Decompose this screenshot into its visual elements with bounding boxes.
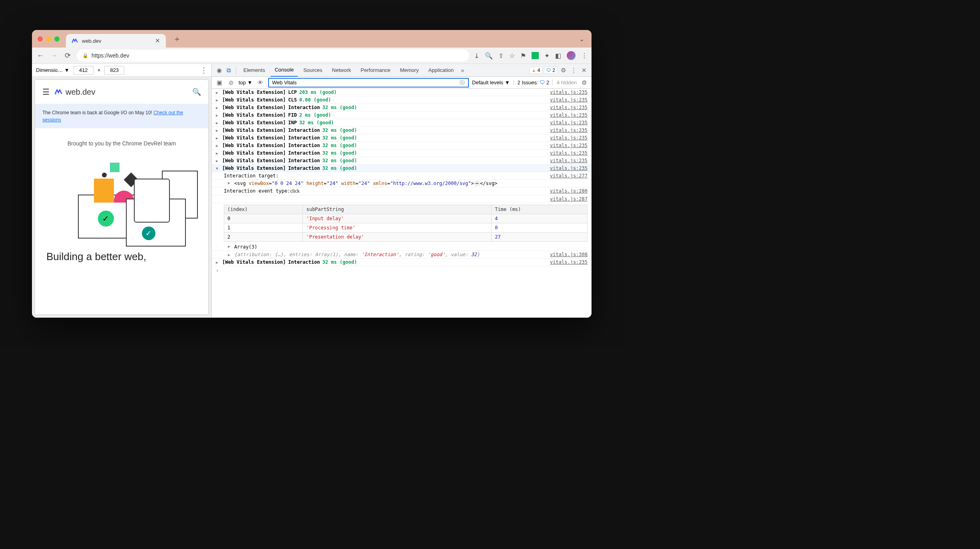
expand-icon[interactable]: ▼ [216,166,221,171]
sidepanel-icon[interactable]: ◧ [555,52,561,60]
console-log-line[interactable]: ▶[Web Vitals Extension]Interaction32 ms … [212,259,592,266]
expand-icon[interactable]: ▶ [216,113,221,117]
chrome-menu-button[interactable]: ⋮ [581,52,588,60]
settings-icon[interactable]: ⚙ [559,67,568,74]
interaction-target-element[interactable]: ▶<svg viewBox="0 0 24 24" height="24" wi… [212,180,592,187]
console-log-line[interactable]: ▶[Web Vitals Extension]INP32 ms (good)vi… [212,119,592,127]
clear-filter-icon[interactable]: ⓧ [460,79,465,86]
source-link[interactable]: vitals.js:235 [545,135,588,141]
maximize-window-button[interactable] [54,36,60,42]
clear-console-button[interactable]: ⊘ [227,79,235,86]
expand-icon[interactable]: ▶ [216,121,221,125]
source-link[interactable]: vitals.js:308 [545,252,588,257]
execution-context-selector[interactable]: top ▼ [239,80,253,86]
tabs-overflow-button[interactable]: ⌄ [579,35,584,43]
console-prompt[interactable]: › [212,266,592,275]
viewport-width-input[interactable] [74,66,94,75]
tab-memory[interactable]: Memory [396,64,423,77]
issues-button[interactable]: 2 Issues: 🗨 2 [513,80,550,86]
forward-button[interactable]: → [50,52,58,60]
console-log-line[interactable]: ▶[Web Vitals Extension]Interaction32 ms … [212,142,592,149]
source-link[interactable]: vitals.js:235 [545,97,588,103]
source-link[interactable]: vitals.js:280 [545,188,588,194]
source-link[interactable]: vitals.js:235 [545,259,588,265]
hamburger-menu-icon[interactable]: ☰ [42,87,50,97]
close-window-button[interactable] [38,36,43,42]
console-log-line[interactable]: ▶[Web Vitals Extension]Interaction32 ms … [212,149,592,157]
console-log-line[interactable]: ▶[Web Vitals Extension]Interaction32 ms … [212,134,592,142]
console-log-line[interactable]: ▶[Web Vitals Extension]Interaction32 ms … [212,104,592,111]
reload-button[interactable]: ⟳ [63,51,72,60]
expand-icon[interactable]: ▶ [216,105,221,110]
table-header[interactable]: (index) [224,205,303,214]
more-tabs-button[interactable]: » [459,67,466,74]
table-header[interactable]: subPartString [303,205,492,214]
expand-icon[interactable]: ▶ [228,253,233,257]
warnings-badge[interactable]: ▲4 [529,67,543,74]
tab-network[interactable]: Network [328,64,355,77]
source-link[interactable]: vitals.js:235 [545,150,588,156]
bookmark-icon[interactable]: ☆ [509,52,515,60]
close-devtools-button[interactable]: ✕ [580,67,588,74]
console-filter-input[interactable]: ⓧ [268,78,469,88]
expand-icon[interactable]: ▶ [216,98,221,102]
minimize-window-button[interactable] [46,36,51,42]
console-log-line[interactable]: ▼[Web Vitals Extension]Interaction32 ms … [212,165,592,172]
expand-icon[interactable]: ▶ [216,260,221,265]
source-link[interactable]: vitals.js:235 [545,112,588,118]
inspect-element-icon[interactable]: ◉ [215,67,223,74]
console-log-line[interactable]: ▶[Web Vitals Extension]Interaction32 ms … [212,157,592,165]
tab-elements[interactable]: Elements [239,64,269,77]
search-icon[interactable]: 🔍 [192,88,201,96]
device-toolbar-menu[interactable]: ⋮ [200,66,207,75]
attribution-object[interactable]: {attribution: {…}, entries: Array(1), na… [234,252,480,257]
viewport-height-input[interactable] [104,66,124,75]
new-tab-button[interactable]: ＋ [173,34,181,44]
profile-avatar[interactable] [567,51,576,60]
install-app-icon[interactable]: ⤓ [474,52,479,60]
live-expression-button[interactable]: 👁 [256,79,265,86]
tab-close-button[interactable]: ✕ [155,37,160,44]
devtools-menu-button[interactable]: ⋮ [569,67,578,74]
extensions-icon[interactable]: ✦ [544,52,550,60]
source-link[interactable]: vitals.js:287 [545,196,588,202]
tab-performance[interactable]: Performance [357,64,394,77]
expand-icon[interactable]: ▶ [216,128,221,133]
console-log-line[interactable]: ▶[Web Vitals Extension]LCP203 ms (good)v… [212,89,592,96]
source-link[interactable]: vitals.js:235 [545,143,588,148]
array-summary[interactable]: Array(3) [234,244,257,250]
expand-icon[interactable]: ▶ [216,136,221,140]
expand-icon[interactable]: ▶ [216,159,221,163]
dimensions-dropdown[interactable]: Dimensio… ▼ [36,67,70,73]
address-bar[interactable]: 🔒 https://web.dev [77,50,469,62]
extension-badge[interactable] [532,52,539,59]
emulated-page[interactable]: ☰ web.dev 🔍 The Chrome team is back at G… [35,80,208,314]
source-link[interactable]: vitals.js:235 [545,165,588,171]
flag-icon[interactable]: ⚑ [520,52,526,60]
tab-sources[interactable]: Sources [299,64,327,77]
browser-tab[interactable]: web.dev ✕ [66,34,166,48]
device-mode-toggle-icon[interactable]: ⧉ [225,67,233,74]
console-log-line[interactable]: ▶[Web Vitals Extension]FID2 ms (good)vit… [212,111,592,119]
share-icon[interactable]: ⇪ [498,52,504,60]
source-link[interactable]: vitals.js:277 [545,173,588,179]
tab-console[interactable]: Console [271,64,298,77]
source-link[interactable]: vitals.js:235 [545,127,588,133]
expand-icon[interactable]: ▶ [216,143,221,148]
messages-badge[interactable]: 🗨2 [544,67,558,74]
site-logo[interactable]: web.dev [54,88,96,97]
source-link[interactable]: vitals.js:235 [545,105,588,110]
source-link[interactable]: vitals.js:235 [545,90,588,95]
table-header[interactable]: Time (ms) [492,205,588,214]
tab-application[interactable]: Application [424,64,458,77]
expand-icon[interactable]: ▶ [228,244,233,250]
source-link[interactable]: vitals.js:235 [545,158,588,163]
console-settings-icon[interactable]: ⚙ [580,79,588,86]
expand-icon[interactable]: ▶ [216,151,221,155]
console-sidebar-toggle[interactable]: ▣ [215,79,224,86]
console-log-line[interactable]: ▶[Web Vitals Extension]Interaction32 ms … [212,127,592,134]
zoom-icon[interactable]: 🔍 [485,52,493,60]
source-link[interactable]: vitals.js:235 [545,120,588,125]
expand-icon[interactable]: ▶ [216,90,221,95]
log-levels-selector[interactable]: Default levels ▼ [472,80,510,86]
